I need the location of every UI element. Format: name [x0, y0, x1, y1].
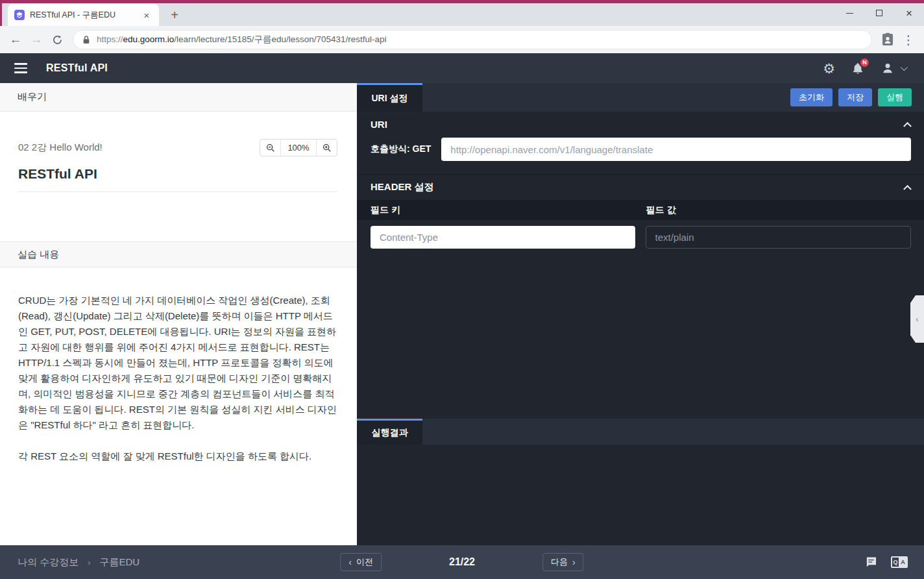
url-path: /learn/lecture/15185/구름edu/lesson/705431…	[174, 34, 386, 44]
practice-content: CRUD는 가장 기본적인 네 가지 데이터베이스 작업인 생성(Create)…	[0, 267, 357, 464]
divider	[18, 191, 337, 192]
browser-menu-button[interactable]: ⋮	[898, 29, 919, 50]
next-button[interactable]: 다음›	[542, 553, 584, 571]
window-controls: ×	[834, 0, 924, 26]
zoom-out-button[interactable]	[260, 140, 280, 156]
browser-window: RESTful API - 구름EDU × + × ← → https://ed…	[0, 0, 924, 579]
uri-method-row: 호출방식: GET	[357, 136, 924, 174]
field-key-input[interactable]	[371, 226, 635, 249]
tab-execution-result[interactable]: 실행결과	[357, 419, 422, 445]
chevron-left-icon: ‹	[348, 557, 352, 567]
menu-icon[interactable]	[14, 63, 27, 73]
zoom-in-button[interactable]	[317, 140, 337, 156]
close-icon: ×	[906, 8, 912, 19]
uri-actions: 초기화 저장 실행	[790, 83, 924, 112]
notifications-button[interactable]: N	[851, 62, 864, 75]
chevron-down-icon[interactable]	[901, 64, 908, 71]
field-value-input[interactable]	[646, 226, 912, 249]
save-button[interactable]: 저장	[838, 88, 872, 106]
practice-paragraph: 각 REST 요소의 역할에 잘 맞게 RESTful한 디자인을 하도록 합시…	[18, 449, 337, 464]
reset-button[interactable]: 초기화	[790, 88, 833, 106]
notification-badge: N	[859, 57, 870, 68]
qa-icon-a: A	[899, 558, 906, 567]
footer-bar: 나의 수강정보 › 구름EDU ‹이전 21/22 다음› Q A	[0, 545, 924, 579]
learn-panel-header: 배우기	[0, 83, 357, 112]
minimize-icon	[846, 13, 853, 14]
qa-icon-q: Q	[892, 558, 899, 567]
field-header-row: 필드 키 필드 값	[357, 200, 924, 220]
maximize-icon	[876, 10, 882, 16]
app-navbar: RESTful API ⚙ N	[0, 53, 924, 83]
field-key-label: 필드 키	[371, 204, 636, 216]
url-domain: edu.goorm.io	[123, 34, 175, 44]
maximize-button[interactable]	[864, 0, 894, 26]
header-section-title: HEADER 설정	[371, 181, 434, 193]
method-label: 호출방식: GET	[371, 143, 431, 155]
lock-icon	[82, 35, 90, 44]
account-button[interactable]	[881, 61, 895, 75]
chevron-left-icon: ‹	[916, 314, 918, 324]
browser-tabstrip: RESTful API - 구름EDU × + ×	[0, 3, 924, 26]
zoom-controls: 100%	[260, 139, 337, 156]
app-title: RESTful API	[46, 62, 108, 74]
main-content: 배우기 02 2강 Hello World! 100% RESTful API	[0, 83, 924, 545]
collapse-uri-icon[interactable]	[903, 121, 912, 130]
panel-collapse-handle[interactable]: ‹	[910, 295, 924, 343]
reload-button[interactable]	[47, 29, 67, 50]
collapse-header-icon[interactable]	[903, 185, 912, 193]
field-inputs-row	[357, 220, 924, 254]
qa-button[interactable]: Q A	[891, 556, 908, 568]
lesson-section: 02 2강 Hello World! 100% RESTful API	[0, 112, 357, 241]
breadcrumb-my-courses[interactable]: 나의 수강정보	[18, 556, 79, 569]
back-button[interactable]: ←	[5, 29, 26, 50]
browser-tab[interactable]: RESTful API - 구름EDU ×	[8, 4, 159, 26]
url-scheme: https://	[97, 34, 123, 44]
result-tabbar: 실행결과	[357, 419, 924, 445]
minimize-button[interactable]	[834, 0, 864, 26]
settings-gear-icon[interactable]: ⚙	[823, 62, 835, 75]
profile-icon[interactable]	[877, 29, 898, 50]
address-bar[interactable]: https://edu.goorm.io/learn/lecture/15185…	[73, 30, 872, 49]
uri-section-header: URI	[357, 112, 924, 136]
tab-title: RESTful API - 구름EDU	[30, 10, 136, 21]
practice-paragraph: CRUD는 가장 기본적인 네 가지 데이터베이스 작업인 생성(Create)…	[18, 293, 337, 433]
goorm-favicon	[14, 10, 25, 20]
uri-tabbar: URI 설정 초기화 저장 실행	[357, 83, 924, 112]
chevron-right-icon: ›	[572, 557, 576, 567]
run-button[interactable]: 실행	[878, 88, 912, 106]
breadcrumb-course[interactable]: 구름EDU	[100, 556, 140, 569]
field-value-label: 필드 값	[646, 204, 912, 216]
page-indicator: 21/22	[449, 556, 475, 568]
breadcrumb: 나의 수강정보 › 구름EDU	[0, 556, 140, 569]
uri-section-title: URI	[371, 119, 387, 130]
doc-title: RESTful API	[18, 166, 337, 182]
magnifier-plus-icon	[322, 143, 332, 153]
person-icon	[881, 61, 895, 75]
footer-icons: Q A	[864, 556, 924, 569]
forward-button[interactable]: →	[26, 29, 47, 50]
prev-button[interactable]: ‹이전	[340, 553, 382, 571]
chat-icon	[864, 556, 878, 569]
new-tab-button[interactable]: +	[165, 6, 184, 24]
chat-button[interactable]	[864, 556, 878, 569]
lesson-label: 02 2강 Hello World!	[18, 142, 103, 154]
close-window-button[interactable]: ×	[894, 0, 924, 26]
tab-uri-settings[interactable]: URI 설정	[357, 83, 422, 112]
navbar-actions: ⚙ N	[823, 61, 924, 75]
breadcrumb-separator-icon: ›	[88, 558, 90, 567]
learn-panel: 배우기 02 2강 Hello World! 100% RESTful API	[0, 83, 357, 545]
browser-toolbar: ← → https://edu.goorm.io/learn/lecture/1…	[0, 26, 924, 53]
tab-close-icon[interactable]: ×	[141, 9, 152, 21]
uri-settings-panel: URI 설정 초기화 저장 실행 URI 호출방식: GET HEADER 설정	[357, 83, 924, 545]
url-text: https://edu.goorm.io/learn/lecture/15185…	[97, 34, 387, 45]
uri-input[interactable]	[441, 138, 911, 161]
lesson-pager: ‹이전 21/22 다음›	[340, 553, 583, 571]
magnifier-minus-icon	[266, 143, 275, 153]
header-section-header: HEADER 설정	[357, 174, 924, 200]
practice-header: 실습 내용	[0, 241, 357, 267]
zoom-level: 100%	[280, 140, 317, 156]
